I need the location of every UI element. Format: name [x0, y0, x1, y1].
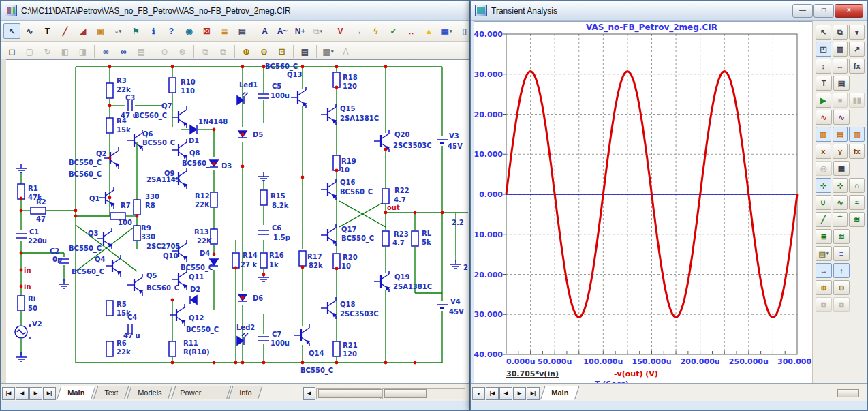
pin-connections-icon[interactable]: ‥	[403, 23, 420, 39]
node-voltages-icon[interactable]: V	[332, 23, 349, 39]
auto-scale-x-icon[interactable]: ↔	[816, 263, 832, 278]
close-button[interactable]: ×	[835, 4, 863, 18]
copy-to-clipboard-icon[interactable]: ▤	[296, 44, 313, 59]
zoom-100-icon[interactable]: ⊡	[273, 44, 290, 59]
global-low-icon[interactable]: ≋	[849, 212, 865, 227]
help-mode-icon[interactable]: ?	[163, 23, 180, 39]
flag-mode-icon[interactable]: ⚑	[127, 23, 144, 39]
schematic-canvas[interactable]: R147kR247C1220uC20pininRi50V2R322kC347 u…	[6, 59, 469, 385]
scale-mode-icon[interactable]: ◰	[816, 42, 831, 57]
region-enable-mode-icon[interactable]: ☒	[198, 23, 215, 39]
go-to-y-icon[interactable]: ⊹	[833, 178, 848, 193]
warning-annotations-icon[interactable]: ▲	[420, 23, 437, 39]
select-mode-icon[interactable]: ↖	[3, 23, 20, 39]
next-peak-icon[interactable]: ∩	[849, 178, 865, 193]
zoom-in-icon[interactable]: ⊕	[816, 280, 832, 295]
numeric-output-icon[interactable]: ≡	[833, 246, 850, 261]
picture-mode-icon[interactable]: ▣	[92, 23, 109, 39]
power-icon[interactable]: ϟ	[367, 23, 384, 39]
prev-sheet-button[interactable]: ◀	[16, 387, 29, 400]
pane-resize-grip[interactable]	[837, 389, 859, 397]
next-high-icon[interactable]: ∿	[833, 195, 848, 210]
run-button-icon[interactable]: ▶	[816, 93, 831, 108]
next-branch-icon[interactable]: ≋	[833, 229, 850, 244]
hscroll-thumb[interactable]	[318, 389, 384, 398]
point-tag-icon[interactable]: ↗	[849, 42, 865, 57]
node-numbers-icon[interactable]: N+	[292, 23, 309, 39]
find-wave-icon[interactable]: A~	[274, 23, 291, 39]
tab-info[interactable]: Info	[228, 386, 263, 399]
point-to-point-mode-icon[interactable]: ◉	[181, 23, 198, 39]
vertical-tag-icon[interactable]: ↕	[816, 59, 831, 74]
digital-path-mode-icon[interactable]: ≣	[216, 23, 233, 39]
first-sheet-button[interactable]: |◀	[2, 387, 15, 400]
copy-tool-icon[interactable]: ⧉	[833, 25, 848, 40]
grid-toggle-icon[interactable]: ▦▾	[438, 23, 455, 39]
zoom-out-icon[interactable]: ⊖	[255, 44, 273, 59]
tab-models[interactable]: Models	[127, 386, 173, 399]
next-valley-icon[interactable]: ∪	[816, 195, 831, 210]
one-plot-icon[interactable]: ▥	[816, 127, 831, 142]
next-low-icon[interactable]: ≈	[849, 195, 865, 210]
last-page-button[interactable]: ▶|	[527, 387, 540, 400]
next-page-button[interactable]: ▶	[513, 387, 526, 400]
graphics-mode-icon[interactable]: ◢	[74, 23, 91, 39]
analysis-limits-icon[interactable]: ∿	[816, 110, 832, 125]
svg-text:R4: R4	[117, 117, 127, 125]
first-page-button[interactable]: |◀	[486, 387, 499, 400]
info-mode-icon[interactable]: ℹ	[145, 23, 162, 39]
hscrollbar[interactable]	[316, 388, 382, 399]
edit-data-icon[interactable]: ▦	[833, 161, 850, 176]
hscrollbar-2[interactable]	[382, 388, 465, 399]
x-axis-settings-icon[interactable]: x	[816, 144, 831, 159]
find-icon[interactable]: ∞	[97, 44, 114, 59]
global-high-icon[interactable]: ⌒	[833, 212, 848, 227]
conditions-icon[interactable]: ✓	[385, 23, 402, 39]
properties-icon[interactable]: ▤	[833, 76, 850, 91]
select-region-icon[interactable]: ◻	[3, 44, 20, 59]
separate-plots-icon[interactable]: ▥	[849, 127, 865, 142]
more-menu-icon[interactable]: ▾	[849, 25, 865, 40]
svg-text:V3: V3	[449, 132, 459, 140]
find-component-icon[interactable]: A	[256, 23, 273, 39]
tab-main[interactable]: Main	[540, 386, 580, 400]
text-tool-icon[interactable]: T	[816, 76, 832, 91]
color-palette-icon[interactable]: ▦▾	[320, 44, 337, 59]
tab-power-supplies[interactable]: Power Supplies	[171, 386, 231, 399]
text-mode-icon[interactable]: T	[39, 23, 56, 39]
hscroll-left-button[interactable]: ◀	[303, 387, 315, 400]
go-to-x-icon[interactable]: ⊹	[816, 178, 831, 193]
auto-scale-y-icon[interactable]: ↕	[833, 263, 850, 278]
minimize-button[interactable]: —	[792, 4, 813, 18]
tab-text[interactable]: Text	[93, 386, 129, 399]
select-tool-icon[interactable]: ↖	[816, 25, 831, 40]
currents-icon[interactable]: →	[350, 23, 367, 39]
transient-window-titlebar[interactable]: Transient Analysis —□×	[471, 1, 867, 21]
formula-text-icon[interactable]: fx	[849, 59, 865, 74]
last-sheet-button[interactable]: ▶|	[43, 387, 56, 400]
find-next-icon[interactable]: ∞	[115, 44, 132, 59]
prev-page-button[interactable]: ◀	[499, 387, 512, 400]
tab-list-button[interactable]: ▼	[472, 387, 485, 400]
zoom-in-icon[interactable]: ⊕	[238, 44, 255, 59]
stepping-icon[interactable]: ∿	[833, 110, 850, 125]
edit-page-mode-icon[interactable]: ▤	[234, 23, 251, 39]
horizontal-tag-icon[interactable]: ↔	[833, 59, 848, 74]
fx-axis-settings-icon[interactable]: fx	[849, 144, 865, 159]
top-bottom-icon[interactable]: ≣	[816, 229, 832, 244]
y-axis-settings-icon[interactable]: y	[833, 144, 848, 159]
line-mode-icon[interactable]: ╱	[57, 23, 74, 39]
restore-button[interactable]: □	[813, 4, 834, 18]
next-sheet-button[interactable]: ▶	[29, 387, 42, 400]
hscroll-thumb-2[interactable]	[384, 389, 427, 398]
plot-area[interactable]: VAS_no-FB_Petrov_2meg.CIR40.00030.00020.…	[474, 21, 814, 388]
cursor-mode-icon[interactable]: ▥	[833, 42, 848, 57]
overlay-plots-icon[interactable]: ▤	[833, 127, 848, 142]
zoom-out-icon[interactable]: ⊖	[833, 280, 850, 295]
schematic-window-titlebar[interactable]: C:\MC11\DATA\Petrov\VAS_no_FB_Petrov\VAS…	[1, 1, 469, 21]
clipboard-icon[interactable]: ▤▾	[816, 246, 832, 261]
wire-mode-icon[interactable]: ∿	[21, 23, 38, 39]
next-inflection-icon[interactable]: ╱	[816, 212, 831, 227]
component-mode-icon[interactable]: ▫▾	[110, 23, 127, 39]
tab-main[interactable]: Main	[57, 386, 96, 400]
